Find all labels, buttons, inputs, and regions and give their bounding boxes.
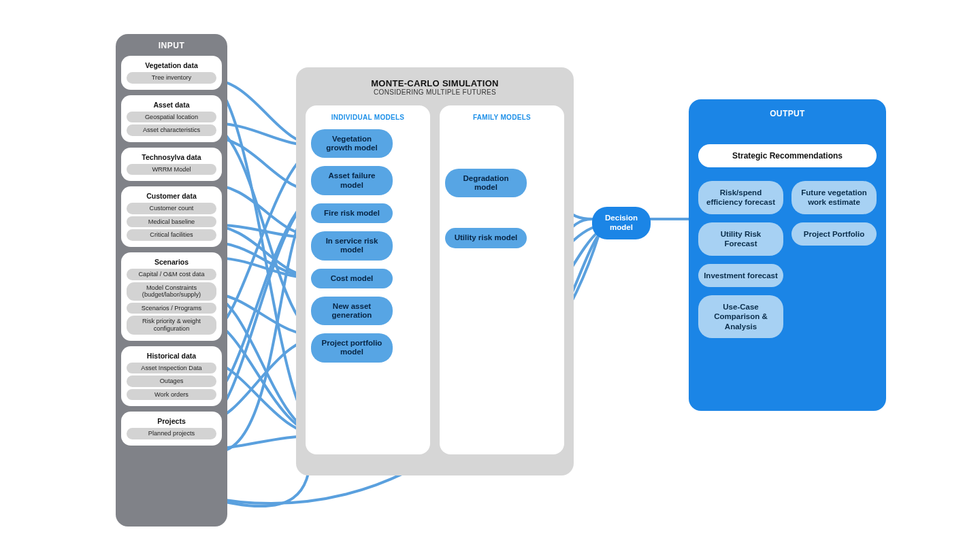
input-title: INPUT [121, 41, 222, 50]
input-item: Asset Inspection Data [127, 363, 216, 374]
individual-model-node: New asset generation [311, 297, 393, 325]
simulation-title: MONTE-CARLO SIMULATION [306, 78, 564, 88]
input-section-title: Scenarios [127, 258, 216, 266]
output-title: OUTPUT [698, 109, 877, 118]
input-item: Work orders [127, 389, 216, 401]
input-item: Customer count [127, 203, 216, 214]
output-item: Investment forecast [698, 264, 783, 287]
input-section-title: Customer data [127, 192, 216, 200]
input-section: ProjectsPlanned projects [121, 412, 222, 446]
input-item: Geospatial location [127, 112, 216, 123]
input-item: Scenarios / Programs [127, 303, 216, 314]
input-panel: INPUT Vegetation dataTree inventoryAsset… [116, 34, 227, 527]
individual-model-node: Project portfolio model [311, 333, 393, 362]
input-section-title: Technosylva data [127, 153, 216, 161]
output-item: Future vegetation work estimate [791, 181, 877, 214]
decision-model-node: Decision model [592, 207, 651, 239]
input-section-title: Asset data [127, 101, 216, 109]
individual-model-node: Cost model [311, 269, 393, 288]
simulation-subtitle: CONSIDERING MULTIPLE FUTURES [306, 88, 564, 96]
output-item: Use-Case Comparison & Analysis [698, 295, 783, 338]
output-header: Strategic Recommendations [698, 144, 877, 167]
input-section-title: Historical data [127, 352, 216, 360]
input-section: Historical dataAsset Inspection DataOuta… [121, 346, 222, 407]
family-models-label: FAMILY MODELS [445, 114, 559, 121]
individual-model-node: Asset failure model [311, 166, 393, 195]
input-section: Technosylva dataWRRM Model [121, 148, 222, 182]
input-section: Customer dataCustomer countMedical basel… [121, 186, 222, 247]
output-item: Project Portfolio [791, 222, 877, 246]
input-section: ScenariosCapital / O&M cost dataModel Co… [121, 252, 222, 340]
input-item: Capital / O&M cost data [127, 269, 216, 280]
input-item: WRRM Model [127, 164, 216, 176]
family-models-column: FAMILY MODELS Degradation modelUtility r… [440, 105, 564, 454]
input-item: Risk priority & weight configuration [127, 316, 216, 334]
input-item: Planned projects [127, 428, 216, 439]
input-item: Tree inventory [127, 72, 216, 84]
output-item: Risk/spend efficiency forecast [698, 181, 783, 214]
input-section: Vegetation dataTree inventory [121, 56, 222, 90]
input-section: Asset dataGeospatial locationAsset chara… [121, 95, 222, 142]
family-model-node: Degradation model [445, 169, 527, 197]
individual-model-node: In service risk model [311, 231, 393, 260]
individual-model-node: Fire risk model [311, 203, 393, 223]
input-section-title: Projects [127, 417, 216, 425]
input-item: Critical facilities [127, 229, 216, 241]
input-item: Outages [127, 375, 216, 387]
individual-models-column: INDIVIDUAL MODELS Vegetation growth mode… [306, 105, 430, 454]
output-panel: OUTPUT Strategic Recommendations Risk/sp… [689, 99, 886, 411]
input-section-title: Vegetation data [127, 61, 216, 69]
output-item: Utility Risk Forecast [698, 222, 783, 256]
input-item: Model Constraints (budget/labor/supply) [127, 282, 216, 301]
family-model-node: Utility risk model [445, 228, 527, 248]
individual-models-label: INDIVIDUAL MODELS [311, 114, 425, 121]
simulation-panel: MONTE-CARLO SIMULATION CONSIDERING MULTI… [296, 67, 574, 475]
input-item: Asset characteristics [127, 124, 216, 136]
input-item: Medical baseline [127, 216, 216, 228]
individual-model-node: Vegetation growth model [311, 129, 393, 158]
